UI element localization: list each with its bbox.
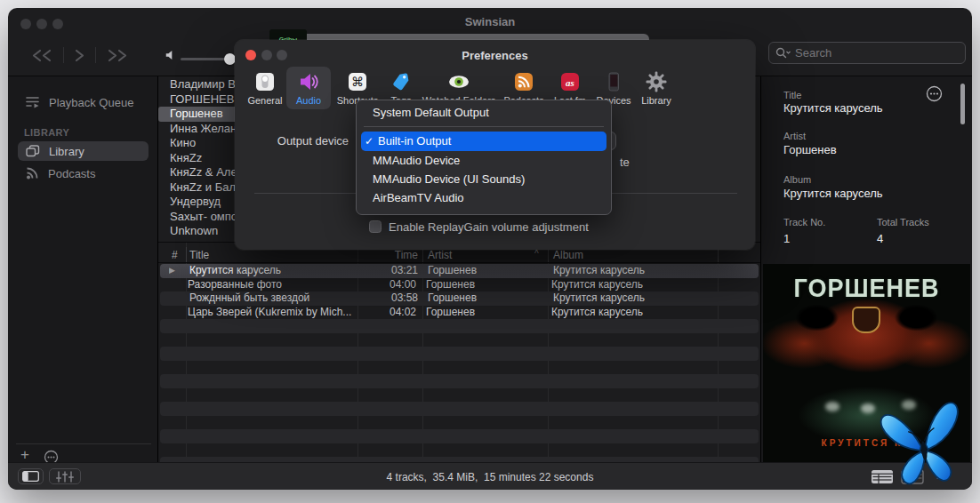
podcasts-icon [26,167,39,180]
column-header-num[interactable]: # [172,249,178,261]
status-bar: 4 tracks, 35.4 MiB, 15 minutes 22 second… [8,462,972,490]
divider [63,47,64,63]
sidebar-item-library[interactable]: Library [18,141,149,161]
scrollbar[interactable] [960,84,965,124]
checkmark-icon: ✓ [365,132,374,151]
track-row[interactable]: Разорванные фото 04:00 Горшенев Крутится… [158,278,760,292]
audio-icon [297,70,320,93]
output-device-label: Output device [247,134,349,148]
empty-row [158,361,760,375]
empty-row [158,388,760,403]
tab-audio[interactable]: Audio [286,67,331,109]
svg-text:⌘: ⌘ [351,75,364,89]
column-header-artist[interactable]: Artist [428,249,452,261]
rss-icon [512,70,535,93]
track-row[interactable]: Рожднный быть звездой 03:58 Горшенев Кру… [160,291,759,306]
tag-icon [390,70,413,93]
menu-item[interactable]: MMAudio Device [357,151,611,170]
obscured-label-fragment: te [620,156,630,169]
transport-controls [29,47,130,63]
field-label-total-tracks: Total Tracks [877,217,929,228]
empty-row [160,319,759,333]
library-icon [26,145,40,157]
field-label-album: Album [783,174,811,185]
tab-library[interactable]: Library [637,67,676,109]
lastfm-icon: as [558,70,582,93]
window-title: Swinsian [8,15,972,28]
menu-item[interactable]: System Default Output [357,103,611,122]
replaygain-label: Enable ReplayGain volume adjustment [389,220,589,234]
play-button[interactable] [74,48,85,63]
field-value-total-tracks[interactable]: 4 [877,232,883,245]
tab-general[interactable]: General [245,67,285,109]
sidebar-item-label: Library [49,145,84,158]
empty-row [158,443,760,458]
next-button[interactable] [106,48,130,63]
empty-row [160,347,759,361]
titlebar: Swinsian [8,8,972,29]
library-summary: 4 tracks, 35.4 MiB, 15 minutes 22 second… [8,471,972,483]
column-header-time[interactable]: Time [357,249,418,261]
track-row[interactable]: Царь Зверей (Kukremix by Mich... 04:02 Г… [158,306,760,320]
sidebar-section-library: LIBRARY [24,127,69,138]
search-icon [775,47,791,59]
field-value-track-no[interactable]: 1 [783,232,790,245]
search-field[interactable] [768,42,966,64]
add-playlist-button[interactable]: + [20,446,29,464]
empty-row [158,416,760,430]
inspector-more-button[interactable] [926,85,943,102]
empty-row [160,429,759,443]
track-table: # Title Time Artist ^ Album ▶ Крутится к… [158,243,760,462]
sidebar-item-label: Playback Queue [49,96,133,109]
empty-row [160,402,759,416]
phone-icon [602,70,625,93]
divider [16,443,151,444]
track-row-selected[interactable]: ▶ Крутится карусель 03:21 Горшенев Крути… [160,264,759,278]
main-window: Swinsian Gribы Playback Queue LIBRARY Li… [8,8,972,490]
preferences-window: Preferences General Audio ⌘ Shortcuts Ta… [235,40,755,250]
empty-row [160,374,759,388]
replaygain-checkbox[interactable] [369,220,382,233]
artwork-horses [825,402,839,411]
field-label-track-no: Track No. [783,217,825,228]
volume-speaker-icon [165,49,177,61]
gear-icon [645,70,668,93]
column-header-album[interactable]: Album [553,249,583,261]
prefs-title: Preferences [235,49,755,62]
field-value-title[interactable]: Крутится карусель [783,101,883,115]
column-header-title[interactable]: Title [189,249,209,261]
butterfly-artwork [876,392,970,490]
menu-item-selected[interactable]: ✓ Built-in Output [361,132,606,151]
sort-ascending-icon: ^ [534,249,539,259]
sidebar-item-label: Podcasts [48,167,95,180]
sidebar: Playback Queue LIBRARY Library Podcasts … [8,76,158,462]
now-playing-icon: ▶ [169,264,187,278]
general-icon [253,70,277,93]
artwork-sign [852,307,880,333]
field-label-title: Title [783,90,801,100]
field-value-artist[interactable]: Горшенев [783,143,837,156]
empty-row [158,333,760,347]
menu-divider [364,126,604,127]
field-label-artist: Artist [783,131,806,141]
output-device-menu: System Default Output ✓ Built-in Output … [356,100,612,215]
eye-icon [447,70,470,93]
playback-queue-icon [26,96,40,108]
search-input[interactable] [795,46,959,60]
svg-text:as: as [566,77,574,88]
previous-button[interactable] [29,48,53,63]
menu-item[interactable]: AirBeamTV Audio [357,188,611,207]
field-value-album[interactable]: Крутится карусель [783,187,883,200]
sidebar-item-podcasts[interactable]: Podcasts [18,164,149,183]
artwork-logo-text: ГОРШЕНЕВ [763,273,970,304]
shortcuts-icon: ⌘ [346,70,369,93]
menu-item[interactable]: MMAudio Device (UI Sounds) [357,170,611,188]
divider [95,47,96,63]
sidebar-item-playback-queue[interactable]: Playback Queue [18,92,149,112]
